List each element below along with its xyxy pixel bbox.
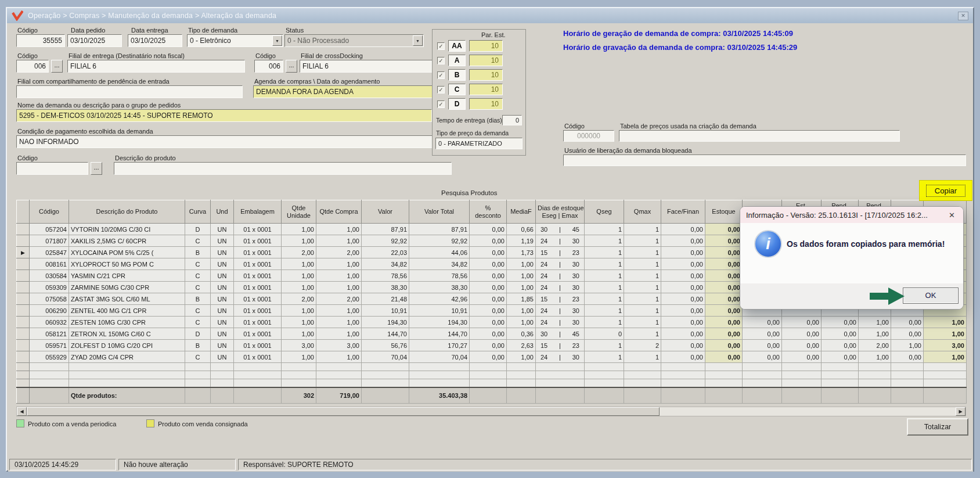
grid-cell[interactable]: 01 x 0001 [234,305,282,317]
grid-cell-estoque[interactable]: 0,00 [705,317,743,328]
grid-cell[interactable]: 01 x 0001 [234,317,282,328]
grid-cell[interactable]: 194,30 [409,317,470,328]
grid-cell[interactable]: 1,00 [282,270,316,282]
nome-demanda-field[interactable]: 5295 - DEM-ETICOS 03/10/2025 14:45 - SUP… [16,109,432,122]
tempo-entrega-field[interactable]: 0 [502,115,522,125]
grid-cell[interactable]: D [185,224,211,235]
grid-cell[interactable]: 1,00 [316,328,362,340]
grid-cell-dias-estoque[interactable]: 15|23 [536,293,585,305]
grid-cell[interactable]: 058121 [30,328,69,340]
grid-cell[interactable]: 0,00 [661,351,705,363]
grid-cell-dias-estoque[interactable]: 24|30 [536,305,585,317]
totalizar-button[interactable]: Totalizar [907,418,968,436]
grid-cell[interactable]: 008161 [30,258,69,270]
grid-cell[interactable]: 0,00 [782,328,822,340]
grid-cell[interactable]: 0,00 [470,258,507,270]
grid-cell[interactable]: 0,00 [782,317,822,328]
window-close-icon[interactable]: ✕ [958,12,968,20]
grid-cell[interactable]: 92,92 [362,235,409,247]
produto-codigo-field[interactable] [16,162,88,175]
grid-cell[interactable]: 059571 [30,340,69,351]
grid-cell[interactable]: 1 [624,282,661,293]
combo-arrow-icon[interactable]: ▼ [272,35,282,46]
grid-cell[interactable]: 0,00 [470,340,507,351]
grid-cell[interactable]: 1,00 [507,270,536,282]
combo-arrow-icon[interactable]: ▼ [413,35,423,46]
row-selector-cell[interactable] [17,340,30,351]
grid-cell[interactable]: 0,00 [822,328,859,340]
grid-cell[interactable]: 0,00 [661,317,705,328]
produto-desc-field[interactable] [114,162,452,175]
grid-cell[interactable]: 38,30 [362,282,409,293]
grid-cell[interactable]: UN [211,293,234,305]
grid-cell[interactable]: 075058 [30,293,69,305]
grid-cell[interactable]: 1,00 [859,328,891,340]
grid-cell[interactable]: 01 x 0001 [234,293,282,305]
grid-cell[interactable]: 0,00 [891,351,924,363]
grid-cell[interactable]: ZYAD 20MG C/4 CPR [69,351,185,363]
grid-cell-dias-estoque[interactable]: 24|30 [536,258,585,270]
grid-cell[interactable]: XAKILIS 2,5MG C/ 60CPR [69,235,185,247]
grid-cell[interactable]: 170,27 [409,340,470,351]
grid-cell[interactable]: B [185,293,211,305]
produto-lookup-button[interactable]: ... [91,162,102,175]
grid-cell[interactable]: 1,00 [316,258,362,270]
grid-cell[interactable]: 059309 [30,282,69,293]
grid-cell[interactable]: C [185,305,211,317]
grid-cell[interactable]: 1,00 [507,351,536,363]
grid-cell[interactable]: 01 x 0001 [234,247,282,258]
grid-cell[interactable]: D [185,328,211,340]
scrollbar-thumb[interactable] [27,407,660,416]
grid-cell[interactable]: 1,00 [282,305,316,317]
row-selector-cell[interactable] [17,224,30,235]
grid-cell[interactable]: 78,56 [362,270,409,282]
grid-cell[interactable]: 1,00 [859,351,891,363]
curve-value-field[interactable]: 10 [469,98,503,110]
grid-cell[interactable]: B [185,340,211,351]
grid-cell[interactable]: 01 x 0001 [234,224,282,235]
row-selector-cell[interactable] [17,305,30,317]
grid-cell-dias-estoque[interactable]: 30|45 [536,224,585,235]
row-selector-cell[interactable] [17,351,30,363]
grid-cell[interactable]: UN [211,328,234,340]
grid-cell[interactable]: 0,00 [743,340,782,351]
grid-cell[interactable]: 0,00 [661,293,705,305]
row-selector-cell[interactable] [17,328,30,340]
grid-cell[interactable]: 0,00 [661,270,705,282]
grid-cell-dias-estoque[interactable]: 24|30 [536,351,585,363]
codigo-field[interactable]: 35555 [16,34,65,47]
grid-cell[interactable]: 70,04 [409,351,470,363]
grid-cell[interactable]: YASMIN C/21 CPR [69,270,185,282]
grid-cell[interactable]: 38,30 [409,282,470,293]
grid-cell[interactable]: 0,00 [470,224,507,235]
grid-cell[interactable]: 0,00 [470,235,507,247]
grid-cell[interactable]: 34,82 [362,258,409,270]
grid-row[interactable]: 059571ZOLFEST D 10MG C/20 CPIBUN01 x 000… [17,340,967,351]
grid-cell[interactable]: UN [211,247,234,258]
tabela-precos-field[interactable] [619,130,900,142]
filial-codigo-field[interactable]: 006 [16,60,49,73]
grid-cell-estoque[interactable]: 0,00 [705,270,743,282]
row-selector-cell[interactable] [17,282,30,293]
grid-cell[interactable]: 1 [624,224,661,235]
grid-cell[interactable]: 0,00 [743,351,782,363]
grid-cell-dias-estoque[interactable]: 15|23 [536,340,585,351]
grid-row[interactable]: 060932ZESTEN 10MG C/30 CPRCUN01 x 00011,… [17,317,967,328]
grid-cell[interactable]: 1,00 [316,224,362,235]
curve-value-field[interactable]: 10 [469,55,503,66]
grid-cell[interactable]: 78,56 [409,270,470,282]
grid-cell[interactable]: 1,00 [282,328,316,340]
grid-cell[interactable]: 1 [585,258,624,270]
grid-cell[interactable]: C [185,317,211,328]
grid-cell[interactable]: 42,96 [409,293,470,305]
grid-cell[interactable]: 1,00 [316,282,362,293]
grid-cell[interactable]: 01 x 0001 [234,328,282,340]
usuario-liberacao-field[interactable] [563,154,966,166]
grid-cell[interactable]: 1 [585,340,624,351]
grid-cell[interactable]: 144,70 [362,328,409,340]
grid-cell[interactable]: 10,91 [409,305,470,317]
row-selector-cell[interactable] [17,293,30,305]
grid-cell[interactable]: C [185,270,211,282]
grid-cell[interactable]: ZARMINE 50MG C/30 CPR [69,282,185,293]
grid-cell[interactable]: UN [211,340,234,351]
